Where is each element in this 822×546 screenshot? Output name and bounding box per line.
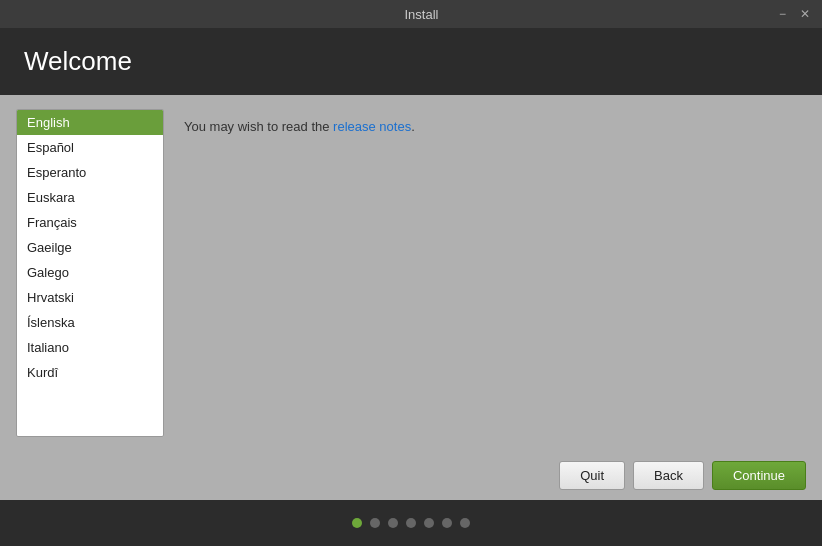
button-bar: Quit Back Continue xyxy=(0,451,822,500)
close-button[interactable]: ✕ xyxy=(796,7,814,21)
language-item-gaeilge[interactable]: Gaeilge xyxy=(17,235,163,260)
language-item-espanol[interactable]: Español xyxy=(17,135,163,160)
minimize-button[interactable]: − xyxy=(775,7,790,21)
main-content: EnglishEspañolEsperantoEuskaraFrançaisGa… xyxy=(0,95,822,500)
dot2 xyxy=(370,518,380,528)
dot4 xyxy=(406,518,416,528)
titlebar-controls: − ✕ xyxy=(775,7,814,21)
dot5 xyxy=(424,518,434,528)
continue-button[interactable]: Continue xyxy=(712,461,806,490)
info-text-before: You may wish to read the xyxy=(184,119,333,134)
language-item-hrvatski[interactable]: Hrvatski xyxy=(17,285,163,310)
dot7 xyxy=(460,518,470,528)
release-notes-link[interactable]: release notes xyxy=(333,119,411,134)
quit-button[interactable]: Quit xyxy=(559,461,625,490)
right-panel: You may wish to read the release notes. xyxy=(180,109,806,437)
dot3 xyxy=(388,518,398,528)
language-item-islenska[interactable]: Íslenska xyxy=(17,310,163,335)
welcome-header: Welcome xyxy=(0,28,822,95)
language-item-galego[interactable]: Galego xyxy=(17,260,163,285)
info-text: You may wish to read the release notes. xyxy=(184,117,802,137)
language-list[interactable]: EnglishEspañolEsperantoEuskaraFrançaisGa… xyxy=(16,109,164,437)
page-title: Welcome xyxy=(24,46,132,76)
window-title: Install xyxy=(68,7,775,22)
language-item-english[interactable]: English xyxy=(17,110,163,135)
content-area: EnglishEspañolEsperantoEuskaraFrançaisGa… xyxy=(0,95,822,451)
dot6 xyxy=(442,518,452,528)
titlebar: Install − ✕ xyxy=(0,0,822,28)
footer-dots xyxy=(0,500,822,546)
info-text-after: . xyxy=(411,119,415,134)
language-item-kurdi[interactable]: Kurdî xyxy=(17,360,163,385)
dot1 xyxy=(352,518,362,528)
language-item-francais[interactable]: Français xyxy=(17,210,163,235)
language-item-euskara[interactable]: Euskara xyxy=(17,185,163,210)
language-item-esperanto[interactable]: Esperanto xyxy=(17,160,163,185)
language-item-italiano[interactable]: Italiano xyxy=(17,335,163,360)
back-button[interactable]: Back xyxy=(633,461,704,490)
